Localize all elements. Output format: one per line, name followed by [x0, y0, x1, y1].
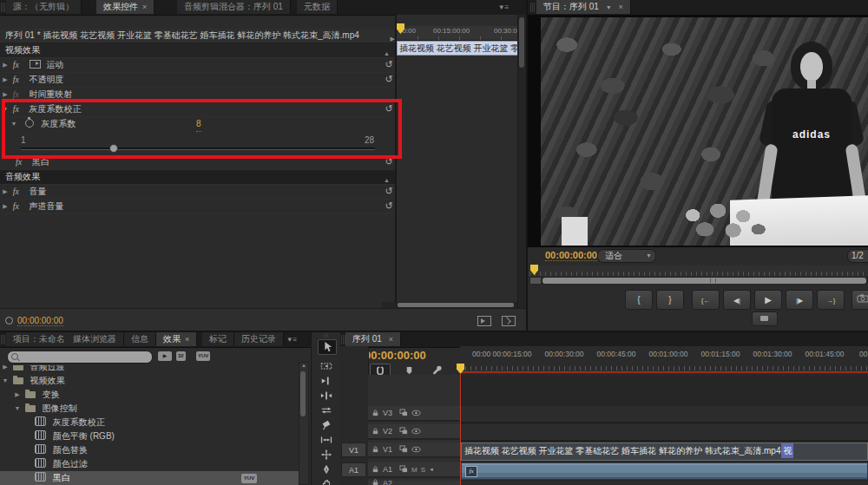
- sync-lock-icon[interactable]: [399, 465, 408, 475]
- track-lane-a2[interactable]: [460, 481, 868, 485]
- panel-gripper[interactable]: [324, 334, 329, 338]
- scrollbar-thumb[interactable]: [398, 303, 514, 307]
- playhead-line[interactable]: [460, 373, 461, 485]
- effect-row-motion[interactable]: ▶ fx 运动: [0, 58, 395, 73]
- track-header-a2[interactable]: A2: [368, 481, 460, 485]
- program-scrub-bar[interactable]: [529, 265, 868, 276]
- chevron-down-icon[interactable]: ▼: [606, 4, 612, 10]
- rate-stretch-tool-button[interactable]: [318, 403, 335, 417]
- twirl-icon[interactable]: ▶: [12, 388, 23, 402]
- track-select-tool-button[interactable]: [318, 359, 335, 373]
- tree-effect-gamma-correction[interactable]: 灰度系数校正: [0, 416, 299, 429]
- sync-lock-icon[interactable]: [399, 409, 408, 418]
- lock-icon[interactable]: [372, 465, 379, 475]
- selection-tool-button[interactable]: [318, 339, 337, 355]
- sync-lock-icon[interactable]: [399, 445, 408, 455]
- track-lane-v3[interactable]: [460, 406, 868, 423]
- audio-clip-a1[interactable]: fx: [461, 462, 868, 480]
- tab-media-browser[interactable]: 媒体浏览器: [66, 332, 124, 346]
- twirl-icon[interactable]: ▶: [0, 185, 10, 199]
- hand-tool-button[interactable]: [318, 477, 335, 485]
- mini-time-ruler[interactable]: 00:00 00:15:00:00 00:30:00: [397, 26, 517, 41]
- tab-project[interactable]: 项目：未命名: [6, 332, 73, 346]
- tab-info[interactable]: 信息: [124, 332, 156, 346]
- track-header-v2[interactable]: V2: [368, 424, 460, 440]
- track-header-a1[interactable]: A1 M S ◄: [368, 462, 460, 478]
- reset-icon[interactable]: ↺: [382, 58, 396, 72]
- button-editor-button[interactable]: [752, 311, 778, 326]
- accelerated-effects-badge[interactable]: ▶: [158, 351, 172, 361]
- scrollbar-horizontal[interactable]: [382, 302, 517, 308]
- lock-icon[interactable]: [372, 478, 379, 485]
- ripple-edit-tool-button[interactable]: [318, 374, 335, 388]
- zoom-level-select[interactable]: 适合 ▼: [597, 249, 656, 263]
- twirl-icon[interactable]: ▶: [0, 200, 10, 213]
- reset-icon[interactable]: ↺: [382, 200, 396, 213]
- program-video-area[interactable]: adidas: [528, 15, 868, 247]
- scrollbar-vertical[interactable]: ▲: [299, 362, 309, 485]
- lock-icon[interactable]: [372, 409, 379, 418]
- sync-lock-icon[interactable]: [399, 427, 408, 436]
- tree-effect-color-balance-rgb[interactable]: 颜色平衡 (RGB): [0, 429, 299, 443]
- close-icon[interactable]: ×: [618, 3, 622, 11]
- audio-effects-header[interactable]: 音频效果 ▲: [0, 170, 395, 185]
- scrollbar-thumb[interactable]: [519, 17, 524, 68]
- effect-row-volume[interactable]: ▶ fx 音量: [0, 185, 395, 200]
- razor-tool-button[interactable]: [318, 418, 335, 432]
- program-scrollbar[interactable]: [529, 277, 868, 285]
- tab-history[interactable]: 历史记录: [234, 332, 284, 346]
- tab-program-monitor[interactable]: 节目：序列 01 ▼ ×: [536, 0, 631, 14]
- reset-icon[interactable]: ↺: [382, 185, 396, 199]
- tab-source-monitor[interactable]: 源：（无剪辑）: [6, 0, 82, 14]
- twirl-icon[interactable]: ▼: [12, 402, 23, 416]
- tab-effects[interactable]: 效果×: [156, 332, 197, 346]
- twirl-icon[interactable]: ▶: [0, 365, 10, 374]
- tree-effect-black-white[interactable]: 黑白 YUV: [0, 471, 299, 485]
- pen-tool-button[interactable]: [318, 462, 335, 476]
- mute-button[interactable]: M: [411, 466, 418, 474]
- twirl-icon[interactable]: ▶: [0, 73, 10, 87]
- export-icon[interactable]: [502, 316, 516, 326]
- scrollbar-thumb[interactable]: [542, 278, 866, 284]
- playback-resolution-select[interactable]: 1/2: [847, 249, 868, 263]
- yuv-effects-badge[interactable]: YUV: [196, 351, 210, 361]
- tree-effect-color-pass[interactable]: 颜色过滤: [0, 457, 299, 471]
- twirl-icon[interactable]: ▼: [0, 374, 10, 388]
- tree-folder-image-control[interactable]: ▼ 图像控制: [0, 402, 299, 416]
- slide-tool-button[interactable]: [318, 448, 335, 462]
- tree-folder-video-effects[interactable]: ▼ 视频效果: [0, 374, 299, 388]
- timeline-timecode[interactable]: 00:00:00:00: [365, 349, 426, 362]
- search-input[interactable]: [22, 351, 150, 363]
- timeline-ruler[interactable]: 00:00 00:00:15:00 00:00:30:00 00:00:45:0…: [460, 346, 868, 373]
- mark-out-button[interactable]: }: [656, 290, 684, 310]
- twirl-icon[interactable]: ▶: [0, 58, 10, 72]
- panel-menu-icon[interactable]: ▼≡: [496, 3, 510, 12]
- scroll-up-icon[interactable]: ▲: [299, 363, 308, 368]
- panel-gripper[interactable]: [1, 3, 5, 12]
- close-icon[interactable]: ×: [389, 335, 393, 344]
- lock-icon[interactable]: [372, 445, 379, 455]
- tab-effect-controls[interactable]: 效果控件×: [96, 0, 155, 14]
- eye-icon[interactable]: [411, 409, 421, 418]
- slip-tool-button[interactable]: [318, 433, 335, 447]
- effect-row-channel-volume[interactable]: ▶ fx 声道音量: [0, 200, 395, 214]
- play-button[interactable]: ▶: [754, 290, 782, 310]
- eye-icon[interactable]: [411, 427, 421, 436]
- go-to-out-button[interactable]: →}: [817, 290, 845, 310]
- play-audio-icon[interactable]: [477, 316, 491, 326]
- mark-in-button[interactable]: {: [625, 290, 653, 310]
- track-header-v1[interactable]: V1: [368, 442, 460, 458]
- close-icon[interactable]: ×: [185, 335, 189, 344]
- panel-gripper[interactable]: [1, 335, 5, 344]
- reset-icon[interactable]: ↺: [382, 73, 396, 87]
- tree-folder-audio-transitions[interactable]: ▶ 音频过渡: [0, 365, 299, 374]
- video-clip-v1[interactable]: 插花视频 花艺视频 开业花篮 零基础花艺 婚车插花 鲜花的养护 韩式花束_高清.…: [461, 442, 868, 461]
- video-effects-header[interactable]: 视频效果 ▲: [0, 43, 395, 58]
- step-back-button[interactable]: ◀|: [723, 290, 751, 310]
- scrollbar-vertical[interactable]: [517, 15, 526, 309]
- effects-search-box[interactable]: [7, 351, 153, 364]
- tab-audio-clip-mixer[interactable]: 音频剪辑混合器：序列 01: [177, 0, 291, 14]
- rolling-edit-tool-button[interactable]: [318, 389, 335, 403]
- track-lane-v2[interactable]: [460, 424, 868, 442]
- solo-button[interactable]: S: [421, 466, 425, 474]
